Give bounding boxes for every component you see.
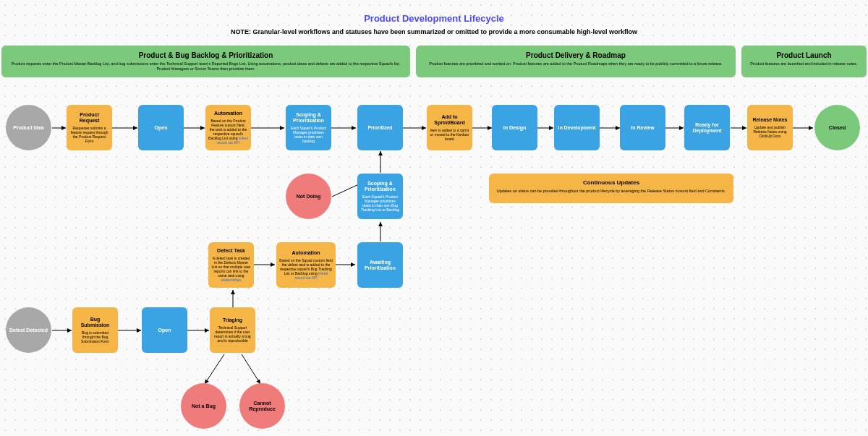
page-title: Product Development Lifecycle bbox=[0, 0, 868, 28]
node-label: Triaging bbox=[223, 317, 242, 323]
node-release-notes: Release Notes Update and publish Release… bbox=[747, 105, 793, 150]
note-desc: Updates on status can be provided throug… bbox=[496, 189, 726, 193]
node-scoping-1: Scoping & Prioritization Each Squad's Pr… bbox=[286, 105, 331, 150]
phase-delivery-title: Product Delivery & Roadmap bbox=[423, 51, 728, 59]
node-not-doing: Not Doing bbox=[286, 174, 331, 219]
node-in-development: In Development bbox=[554, 105, 600, 150]
node-sub: Item is added to a sprint or moved to th… bbox=[430, 128, 469, 141]
note-title: Continuous Updates bbox=[496, 179, 726, 186]
node-sub: Technical Support determines if the user… bbox=[213, 325, 252, 343]
node-in-review: In Review bbox=[620, 105, 665, 150]
node-open-2: Open bbox=[142, 307, 187, 353]
node-ready-deploy: Ready for Deployment bbox=[684, 105, 730, 150]
node-label: Scoping & Prioritization bbox=[360, 181, 400, 192]
node-product-request: Product Request Requester submits a feat… bbox=[67, 105, 112, 150]
node-sub: A defect task is created in the Defects … bbox=[211, 256, 251, 282]
node-sub: Based on the Squad custom field the defe… bbox=[279, 258, 333, 280]
node-sub: Requester submits a feature request thro… bbox=[69, 126, 109, 143]
node-closed: Closed bbox=[814, 105, 860, 150]
svg-line-21 bbox=[205, 354, 224, 384]
node-prioritized: Prioritized bbox=[357, 105, 403, 150]
node-label: Add to Sprint/Board bbox=[430, 114, 469, 126]
node-defect-task: Defect Task A defect task is created in … bbox=[208, 242, 254, 288]
phase-backlog-title: Product & Bug Backlog & Prioritization bbox=[9, 51, 403, 59]
node-label: Automation bbox=[214, 111, 242, 116]
node-label: Scoping & Prioritization bbox=[289, 112, 328, 124]
node-triaging: Triaging Technical Support determines if… bbox=[210, 307, 255, 353]
node-defect-detected: Defect Detected bbox=[6, 307, 51, 353]
node-label: Release Notes bbox=[753, 117, 788, 123]
node-sub: Update and publish Release Notes using C… bbox=[750, 125, 790, 138]
note-continuous-updates: Continuous Updates Updates on status can… bbox=[489, 174, 733, 203]
node-sub: Bug is submitted through the Bug Submiss… bbox=[75, 330, 115, 343]
phase-launch-desc: Product features are launched and includ… bbox=[749, 61, 859, 67]
phase-launch: Product Launch Product features are laun… bbox=[741, 46, 867, 77]
phase-backlog-desc: Product requests enter the Product Maste… bbox=[9, 61, 403, 72]
node-sub: Each Squad's Product Manager prioritizes… bbox=[360, 195, 400, 212]
node-bug-submission: Bug Submission Bug is submitted through … bbox=[72, 307, 118, 353]
phase-delivery-desc: Product features are prioritized and wor… bbox=[423, 61, 728, 67]
node-add-sprint: Add to Sprint/Board Item is added to a s… bbox=[427, 105, 472, 150]
diagram-canvas: Product Idea Product Request Requester s… bbox=[0, 77, 868, 432]
node-not-a-bug: Not a Bug bbox=[181, 383, 226, 429]
node-sub: Based on the Product Feature custom fiel… bbox=[208, 119, 248, 145]
node-automation-2: Automation Based on the Squad custom fie… bbox=[276, 242, 336, 288]
link-relationships[interactable]: relationships bbox=[221, 278, 241, 282]
node-open-1: Open bbox=[138, 105, 184, 150]
phase-launch-title: Product Launch bbox=[749, 51, 859, 59]
node-label: Bug Submission bbox=[75, 317, 115, 328]
phase-backlog: Product & Bug Backlog & Prioritization P… bbox=[1, 46, 410, 77]
node-in-design: In Design bbox=[492, 105, 537, 150]
node-product-idea: Product Idea bbox=[6, 105, 51, 150]
node-label: Defect Task bbox=[217, 248, 245, 254]
node-cannot-reproduce: Cannot Reproduce bbox=[239, 383, 285, 429]
node-label: Automation bbox=[292, 250, 320, 256]
phase-delivery: Product Delivery & Roadmap Product featu… bbox=[416, 46, 736, 77]
node-awaiting-prioritization: Awaiting Prioritization bbox=[357, 242, 403, 288]
svg-line-22 bbox=[242, 354, 260, 384]
page-note: NOTE: Granular-level workflows and statu… bbox=[0, 28, 868, 46]
node-automation-1: Automation Based on the Product Feature … bbox=[205, 105, 251, 150]
node-label: Product Request bbox=[69, 112, 109, 124]
node-sub: Each Squad's Product Manager prioritizes… bbox=[289, 126, 328, 143]
node-scoping-2: Scoping & Prioritization Each Squad's Pr… bbox=[357, 174, 403, 219]
phase-row: Product & Bug Backlog & Prioritization P… bbox=[0, 46, 868, 77]
